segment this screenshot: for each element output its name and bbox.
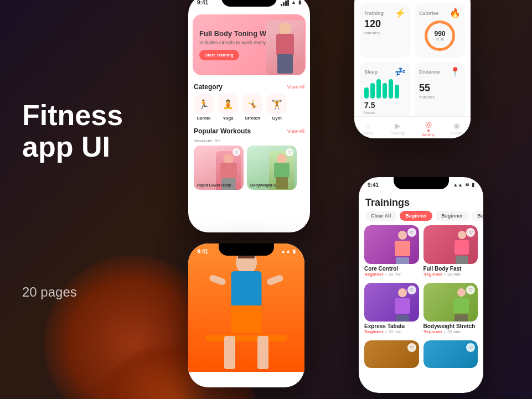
sleep-bars [364,79,406,99]
battery-3: ▮ [293,248,296,254]
workout-cards: ♡ Rapid Lower Body ♡ Bodyweight S [188,146,310,190]
card-img-6: ♡ [423,340,478,368]
heart-5[interactable]: ♡ [407,343,416,352]
card-name-core: Core Control [364,266,419,272]
nav-profile[interactable]: ◉ Profile [451,121,462,135]
exercise-figure [199,245,293,372]
status-icons-1: ▲ ▮ [281,0,301,6]
hero-figure [266,20,304,75]
card-meta-tabata: Beginner • 32 min [364,329,419,334]
activity-icon: ◎ [425,120,432,128]
filter-clear-all[interactable]: Clear All [365,211,396,221]
battery-4: ▮ [472,182,474,188]
card-info-stretch: Bodyweight Stretch Beginner • 32 min [423,322,478,336]
card-img-stretch: ♡ [423,283,478,322]
card-info-fast: Full Body Fast Beginner • 32 min [423,264,478,278]
card-duration-stretch: 32 min [447,329,461,334]
signal-4: ▲▲ [453,182,463,188]
nav-home[interactable]: ⌂ Home [363,121,373,135]
category-cardio[interactable]: 🏃 Cardio [194,94,214,121]
status-bar-3: 9:41 ▲▲ ▮ [188,243,304,259]
heart-icon-1[interactable]: ♡ [233,148,240,156]
card-dot-stretch: • [444,329,446,334]
training-value: 120 [364,18,406,30]
sleep-label: Sleep [364,69,378,75]
training-card-6[interactable]: ♡ [423,340,478,368]
workout-card-2[interactable]: ♡ Bodyweight S [247,146,297,190]
status-time-4: 9:41 [368,182,379,188]
hero-image [266,20,304,75]
sleep-unit: hours [364,110,406,115]
filter-beg[interactable]: Beg [472,211,483,221]
workout-name-2: Bodyweight S [250,183,276,187]
trainings-icon: ▶ [395,121,401,130]
filter-beginner-active[interactable]: Beginner [400,211,432,221]
sleep-bar-6 [395,85,399,99]
calories-label: Calories [419,11,439,16]
heart-core[interactable]: ♡ [407,228,416,237]
filter-row: Clear All Beginner Beginner Beg [359,211,483,225]
training-unit: minutes [364,30,406,35]
training-card-core[interactable]: ♡ Core Control Beginner • 32 min [364,225,419,278]
card-name-stretch: Bodyweight Stretch [423,323,478,329]
category-gym[interactable]: 🏋️ Gym [267,94,287,121]
distance-label: Distance [419,69,440,75]
gym-icon: 🏋️ [267,94,287,114]
sleep-value: 7.5 [364,101,406,110]
nav-activity-label: Activity [422,133,435,137]
stretch-icon: 🤸 [242,94,262,114]
gym-label: Gym [272,116,282,121]
training-card-5[interactable]: ♡ [364,340,419,368]
category-view-all[interactable]: View All [287,84,304,90]
card-duration-fast: 32 min [447,272,461,277]
heart-icon-2[interactable]: ♡ [286,148,293,156]
nav-activity[interactable]: ◎ Activity [422,120,435,137]
figure-arm-left [209,274,226,286]
start-training-button[interactable]: Start Training [199,50,239,60]
workout-name-1: Rapid Lower Body [197,183,231,187]
card-dot-fast: • [444,272,446,277]
stats-grid: Training ⚡ 120 minutes Calories 🔥 990 KC… [360,3,465,120]
heart-tabata[interactable]: ♡ [407,286,416,294]
status-icons-4: ▲▲ ≋ ▮ [453,182,474,188]
sleep-bar-3 [376,79,381,99]
training-card-tabata[interactable]: ♡ Express Tabata Beginner • 32 min [364,283,419,336]
active-dot [427,129,430,132]
workout-card-1[interactable]: ♡ Rapid Lower Body [194,146,244,190]
stats-content: Training ⚡ 120 minutes Calories 🔥 990 KC… [354,0,471,124]
category-yoga[interactable]: 🧘 Yoga [218,94,238,121]
nav-trainings-label: Trainings [390,131,406,135]
card-img-5: ♡ [364,340,419,368]
heart-stretch[interactable]: ♡ [466,286,475,294]
category-stretch[interactable]: 🤸 Stretch [242,94,262,121]
card-duration-tabata: 32 min [388,329,401,334]
card-level-core: Beginner [364,272,384,277]
phone-trainings: 9:41 ▲▲ ≋ ▮ Trainings Clear All Beginner… [359,177,483,393]
nav-trainings[interactable]: ▶ Trainings [390,121,406,135]
popular-view-all[interactable]: View All [287,128,304,134]
profile-icon: ◉ [453,121,460,130]
signal-icon [281,0,289,6]
training-grid: ♡ Core Control Beginner • 32 min ♡ [359,225,483,368]
left-panel: Fitness app UI 20 pages [22,100,123,300]
pages-label: 20 pages [22,284,123,300]
card-img-core: ♡ [364,225,419,264]
heart-fast[interactable]: ♡ [466,228,475,237]
card-info-core: Core Control Beginner • 32 min [364,264,419,278]
phone-exercise: 9:41 ▲▲ ▮ [188,243,304,387]
status-time-1: 9:41 [197,0,208,6]
phone-notch-1 [221,0,277,7]
filter-beginner-2[interactable]: Beginner [436,211,468,221]
wifi-4: ≋ [465,182,469,188]
card-level-stretch: Beginner [423,329,443,334]
calorie-inner: 990 KCal [434,30,445,41]
distance-icon: 📍 [450,66,461,77]
hero-banner: Full Body Toning Workout Includes circui… [193,14,306,75]
training-icon: ⚡ [395,8,406,18]
stat-training: Training ⚡ 120 minutes [360,3,410,58]
heart-6[interactable]: ♡ [466,343,475,352]
phone-activity: ▲▲ ▮ Training ⚡ 120 minutes Calories 🔥 [354,0,471,138]
training-card-stretch[interactable]: ♡ Bodyweight Stretch Beginner • 32 min [423,283,478,336]
training-card-fast[interactable]: ♡ Full Body Fast Beginner • 32 min [423,225,478,278]
figure-arm-right [266,274,284,286]
